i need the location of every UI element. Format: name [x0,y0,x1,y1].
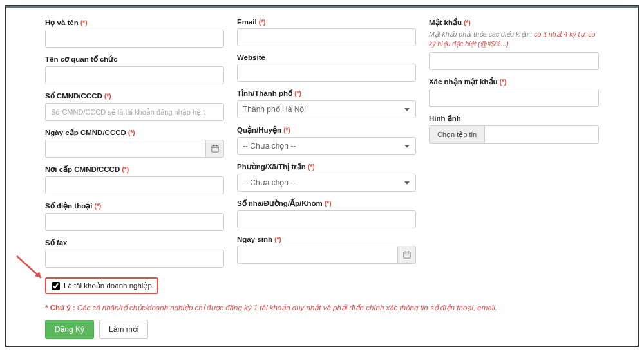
mat-khau-hint: Mật khẩu phải thỏa các điều kiện : có ít… [429,30,599,48]
so-nha-input[interactable] [237,210,416,228]
business-account-label: Là tài khoản doanh nghiệp [64,281,152,290]
website-input[interactable] [237,64,416,82]
mat-khau-label: Mật khẩu (*) [429,18,599,27]
cmnd-input[interactable] [45,103,224,121]
ho-ten-label: Họ và tên (*) [45,18,224,27]
tinh-select[interactable]: Thành phố Hà Nội [237,100,416,118]
file-input-group[interactable]: Chọn tệp tin [429,125,599,144]
calendar-icon [211,145,219,153]
tinh-label: Tỉnh/Thành phố (*) [237,89,416,98]
so-nha-label: Số nhà/Đường/Ấp/Khóm (*) [237,199,416,208]
noi-cap-label: Nơi cấp CMND/CCCD (*) [45,165,224,174]
cmnd-label: Số CMND/CCCD (*) [45,91,224,100]
ngay-cap-label: Ngày cấp CMND/CCCD (*) [45,128,224,137]
annotation-arrow [14,251,46,285]
xac-nhan-input[interactable] [429,89,599,107]
ngay-cap-calendar-button[interactable] [205,140,224,158]
ngay-cap-input[interactable] [45,140,205,158]
xac-nhan-label: Xác nhận mật khẩu (*) [429,77,599,86]
phuong-label: Phường/Xã/Thị trấn (*) [237,162,416,171]
ho-ten-input[interactable] [45,30,224,48]
phuong-select[interactable]: -- Chưa chọn -- [237,174,416,192]
mat-khau-input[interactable] [429,52,599,70]
calendar-icon [403,251,411,259]
svg-rect-0 [211,146,218,152]
ten-co-quan-label: Tên cơ quan tổ chức [45,55,224,64]
ngay-sinh-label: Ngày sinh (*) [237,236,416,243]
ngay-sinh-input[interactable] [237,246,397,264]
quan-label: Quận/Huyện (*) [237,125,416,134]
email-label: Email (*) [237,18,416,26]
hinh-anh-label: Hình ảnh [429,114,599,123]
fax-input[interactable] [45,250,224,268]
file-name-display [485,126,598,143]
business-account-checkbox[interactable] [52,282,60,290]
website-label: Website [237,53,416,61]
email-input[interactable] [237,28,416,46]
reset-button[interactable]: Làm mới [99,320,148,339]
dien-thoai-label: Số điện thoại (*) [45,201,224,210]
warning-note: * Chú ý : Các cá nhân/tổ chức/doanh nghi… [45,303,599,312]
quan-select[interactable]: -- Chưa chọn -- [237,137,416,155]
choose-file-button[interactable]: Chọn tệp tin [430,126,485,143]
noi-cap-input[interactable] [45,176,224,194]
submit-button[interactable]: Đăng Ký [45,320,94,339]
dien-thoai-input[interactable] [45,213,224,231]
business-account-highlight: Là tài khoản doanh nghiệp [45,277,158,294]
ngay-sinh-calendar-button[interactable] [397,246,416,264]
svg-rect-4 [403,252,410,258]
ten-co-quan-input[interactable] [45,66,224,84]
fax-label: Số fax [45,238,224,247]
